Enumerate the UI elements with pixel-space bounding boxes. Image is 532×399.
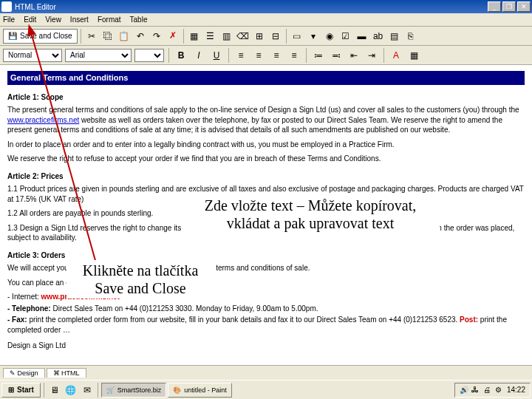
copy-icon[interactable]: ⿻: [100, 29, 115, 44]
checkbox-icon[interactable]: ☑: [338, 29, 353, 44]
indent-icon[interactable]: ⇥: [364, 48, 379, 63]
menu-view[interactable]: View: [45, 16, 61, 24]
tray-icon[interactable]: 🖧: [471, 386, 480, 395]
toolbar-format: Normal Arial B I U ≡ ≡ ≡ ≡ ≔ ≕ ⇤ ⇥ A ▦: [0, 46, 532, 65]
insert-col-icon[interactable]: ▥: [219, 29, 234, 44]
close-button[interactable]: ✕: [517, 1, 531, 12]
bold-button[interactable]: B: [174, 48, 188, 63]
undo-icon[interactable]: ↶: [133, 29, 148, 44]
system-tray: 🔊 🖧 🖨 ⚙ 14:22: [454, 383, 531, 398]
html-icon[interactable]: ⎘: [403, 29, 418, 44]
window-titlebar: HTML Editor _ ❐ ✕: [0, 0, 532, 13]
separator: [98, 383, 98, 398]
article-1-p3: We reserve the right to refuse to accept…: [7, 154, 525, 164]
minimize-button[interactable]: _: [488, 1, 501, 12]
spellcheck-icon[interactable]: ✗: [166, 29, 180, 44]
split-icon[interactable]: ⊟: [268, 29, 283, 44]
tab-html[interactable]: ⌘ HTML: [47, 368, 86, 378]
window-title: HTML Editor: [15, 3, 488, 11]
maximize-button[interactable]: ❐: [502, 1, 516, 12]
table-icon[interactable]: ▦: [187, 29, 202, 44]
size-select[interactable]: [134, 49, 164, 62]
menu-file[interactable]: File: [3, 16, 15, 24]
merge-icon[interactable]: ⊞: [252, 29, 267, 44]
windows-icon: ⊞: [8, 386, 14, 394]
separator: [306, 48, 307, 63]
form-icon[interactable]: ▭: [290, 29, 304, 44]
separator: [168, 48, 169, 63]
button-icon[interactable]: ▬: [355, 29, 369, 44]
style-select[interactable]: Normal: [3, 49, 62, 62]
radio-icon[interactable]: ◉: [322, 29, 337, 44]
save-and-close-label: Save and Close: [20, 32, 72, 40]
quicklaunch-icon[interactable]: 🌐: [64, 383, 78, 398]
doc-footer: Design a Sign Ltd: [7, 341, 525, 351]
menu-edit[interactable]: Edit: [24, 16, 36, 24]
article-1-p1: The present general terms and conditions…: [7, 105, 525, 135]
italic-button[interactable]: I: [191, 48, 206, 63]
bg-color-icon[interactable]: ▦: [406, 48, 421, 63]
quicklaunch-icon[interactable]: 🖥: [47, 383, 62, 398]
separator: [383, 48, 384, 63]
separator: [286, 29, 287, 44]
align-left-icon[interactable]: ≡: [233, 48, 248, 63]
design-icon: ✎: [10, 369, 16, 377]
delete-row-icon[interactable]: ⌫: [236, 29, 250, 44]
tray-icon[interactable]: 🔊: [460, 386, 468, 395]
taskbar: ⊞ Start 🖥 🌐 ✉ 🛒 SmartStore.biz 🎨 untitle…: [0, 380, 532, 399]
view-tabs: ✎ Design ⌘ HTML: [0, 365, 532, 380]
app-icon: 🎨: [173, 386, 181, 394]
outdent-icon[interactable]: ⇤: [347, 48, 361, 63]
html-icon: ⌘: [53, 369, 60, 377]
clock: 14:22: [507, 386, 525, 394]
align-center-icon[interactable]: ≡: [251, 48, 266, 63]
separator: [183, 29, 184, 44]
toolbar-main: 💾 Save and Close ✂ ⿻ 📋 ↶ ↷ ✗ ▦ ☰ ▥ ⌫ ⊞ ⊟…: [0, 27, 532, 46]
taskbar-item-smartstore[interactable]: 🛒 SmartStore.biz: [101, 383, 167, 398]
separator: [81, 29, 81, 44]
start-button[interactable]: ⊞ Start: [1, 383, 41, 398]
insert-row-icon[interactable]: ☰: [203, 29, 218, 44]
menu-table[interactable]: Table: [130, 16, 148, 24]
font-select[interactable]: Arial: [65, 49, 132, 62]
textarea-icon[interactable]: ▤: [387, 29, 402, 44]
article-2-title: Article 2: Prices: [7, 171, 525, 182]
redo-icon[interactable]: ↷: [149, 29, 164, 44]
textfield-icon[interactable]: ab: [371, 29, 386, 44]
tray-icon[interactable]: 🖨: [483, 386, 492, 395]
quicklaunch-icon[interactable]: ✉: [80, 383, 95, 398]
separator: [44, 383, 44, 398]
bullet-telephone: - Telephone: - Telephone: Direct Sales T…: [7, 304, 525, 314]
paste-icon[interactable]: 📋: [117, 29, 132, 44]
separator: [228, 48, 229, 63]
annotation-insert-text: Zde vložte text – Můžete kopírovat, vklá…: [181, 195, 440, 233]
cut-icon[interactable]: ✂: [84, 29, 99, 44]
number-list-icon[interactable]: ≕: [329, 48, 344, 63]
font-color-icon[interactable]: A: [389, 48, 403, 63]
save-icon: 💾: [8, 32, 17, 40]
align-justify-icon[interactable]: ≡: [287, 48, 301, 63]
taskbar-item-paint[interactable]: 🎨 untitled - Paint: [168, 383, 232, 398]
window-controls: _ ❐ ✕: [488, 1, 531, 12]
bullet-list-icon[interactable]: ≔: [311, 48, 326, 63]
article-1-p2: In order to place an order and to enter …: [7, 140, 525, 150]
app-icon: [1, 1, 12, 12]
article-3-title: Article 3: Orders: [7, 250, 525, 261]
app-icon: 🛒: [106, 386, 115, 394]
menu-format[interactable]: Format: [98, 16, 121, 24]
tab-design[interactable]: ✎ Design: [3, 368, 45, 378]
annotation-click-save: Klikněte na tlačítka Save and Close: [66, 260, 214, 299]
bullet-fax: - Fax: print the completed order form fr…: [7, 315, 525, 335]
menu-insert[interactable]: Insert: [70, 16, 89, 24]
doc-heading: General Terms and Conditions: [7, 71, 525, 85]
tray-icon[interactable]: ⚙: [495, 386, 504, 395]
practicefirms-link[interactable]: www.practicefirms.net: [7, 116, 79, 124]
menu-bar: File Edit View Insert Format Table: [0, 13, 532, 27]
dropdown-icon[interactable]: ▾: [306, 29, 321, 44]
save-and-close-button[interactable]: 💾 Save and Close: [3, 29, 78, 44]
article-1-title: Article 1: Scope: [7, 92, 525, 103]
align-right-icon[interactable]: ≡: [269, 48, 284, 63]
underline-button[interactable]: U: [209, 48, 224, 63]
